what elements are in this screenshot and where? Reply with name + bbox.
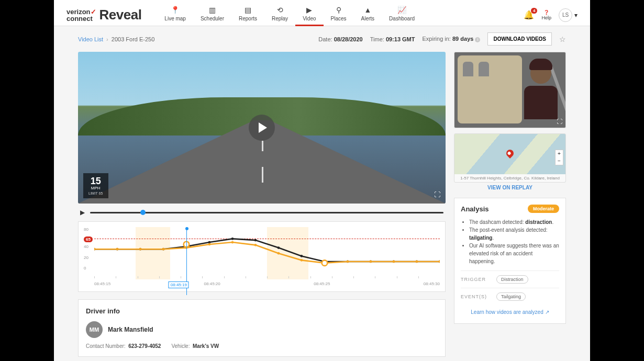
trigger-row: TRIGGER Distraction: [461, 270, 559, 288]
nav-replay[interactable]: ⟲Replay: [264, 4, 295, 26]
panel-title: Driver info: [86, 307, 438, 315]
driver-vehicle: Vehicle: Mark's VW: [171, 343, 219, 349]
nav-video[interactable]: ▶Video: [295, 4, 323, 26]
svg-point-23: [254, 244, 257, 246]
notifications-bell-icon[interactable]: 🔔4: [524, 10, 534, 20]
view-on-replay-link[interactable]: VIEW ON REPLAY: [454, 183, 566, 193]
play-button[interactable]: [249, 115, 275, 141]
svg-point-16: [94, 248, 95, 251]
analysis-bullet: Our AI software suggests there was an el…: [469, 242, 559, 265]
nav-icon: ▶: [305, 6, 314, 14]
subheader: Video List › 2003 Ford E-250 Date: 08/28…: [54, 26, 590, 52]
user-menu[interactable]: LS ▾: [559, 8, 578, 22]
user-avatar: LS: [559, 8, 572, 22]
fullscreen-icon[interactable]: ⛶: [434, 191, 440, 198]
svg-point-33: [322, 260, 328, 266]
severity-badge: Moderate: [528, 205, 559, 213]
nav-icon: ▤: [243, 6, 252, 14]
driver-name: Mark Mansfield: [108, 326, 153, 333]
svg-point-21: [208, 243, 211, 246]
cabin-dashcam-thumbnail[interactable]: ⛶: [454, 52, 566, 128]
nav-icon: ▥: [208, 6, 216, 14]
scrubber-thumb[interactable]: [140, 210, 146, 215]
svg-point-25: [301, 259, 303, 262]
svg-point-29: [393, 261, 395, 263]
brand-logo: verizon✓ connect Reveal: [66, 7, 141, 23]
analysis-bullet: The dashcam detected: distraction.: [469, 218, 559, 226]
nav-dashboard[interactable]: 📈Dashboard: [382, 4, 422, 26]
nav-reports[interactable]: ▤Reports: [231, 4, 264, 26]
analysis-panel: Analysis Moderate The dashcam detected: …: [454, 198, 566, 324]
date-field: Date: 08/28/2020: [318, 36, 362, 42]
nav-icon: 📈: [398, 6, 406, 14]
chevron-right-icon: ›: [106, 36, 108, 42]
svg-point-30: [416, 261, 418, 263]
event-tag: Tailgating: [496, 292, 526, 301]
svg-point-18: [139, 248, 142, 251]
svg-point-9: [301, 255, 303, 257]
map-zoom-in-button[interactable]: +: [556, 150, 563, 157]
scrubber[interactable]: [90, 212, 443, 213]
help-icon: ❓: [543, 10, 549, 15]
notifications-count: 4: [531, 8, 537, 14]
svg-point-27: [347, 261, 349, 263]
map-address: 1-57 Thornhill Heights, Celbridge, Co. K…: [454, 174, 565, 182]
timeline-play-icon[interactable]: ▶: [80, 209, 85, 216]
nav-icon: ⚲: [335, 6, 343, 14]
nav-scheduler[interactable]: ▥Scheduler: [193, 4, 231, 26]
svg-point-17: [116, 248, 119, 251]
info-icon[interactable]: i: [475, 37, 480, 42]
svg-point-31: [439, 261, 440, 263]
svg-point-19: [162, 248, 165, 251]
time-field: Time: 09:13 GMT: [370, 36, 415, 42]
driver-info-panel: Driver info MM Mark Mansfield Contact Nu…: [78, 299, 446, 357]
speed-overlay: 15 MPH LIMIT 65: [83, 173, 108, 198]
svg-point-28: [370, 261, 372, 263]
download-videos-button[interactable]: DOWNLOAD VIDEOS: [487, 32, 552, 46]
svg-point-24: [277, 252, 280, 255]
nav-icon: 📍: [171, 6, 180, 14]
chart-x-axis: 08:45:1508:45:2008:45:2508:45:3008:45:19: [84, 281, 440, 286]
events-row: EVENT(S) Tailgating: [461, 288, 559, 305]
analysis-bullet: The post-event analysis detected: tailga…: [469, 226, 559, 242]
favorite-star-icon[interactable]: ☆: [559, 35, 566, 43]
nav-icon: ▲: [363, 6, 372, 14]
analysis-title: Analysis: [461, 205, 488, 213]
svg-point-22: [231, 241, 234, 244]
driver-avatar: MM: [86, 321, 103, 338]
external-link-icon: ↗: [545, 309, 549, 315]
expiry-field: Expiring in: 89 days i: [423, 36, 481, 42]
svg-point-7: [254, 239, 257, 242]
nav-places[interactable]: ⚲Places: [324, 4, 354, 26]
nav-icon: ⟲: [276, 6, 284, 14]
map-zoom-out-button[interactable]: −: [556, 157, 563, 165]
chevron-down-icon: ▾: [574, 12, 578, 19]
speed-chart-panel: 80 40 20 0 65 08:45:1508:45:2008:45:2508…: [78, 221, 446, 292]
nav-live-map[interactable]: 📍Live map: [157, 4, 193, 26]
trigger-tag: Distraction: [496, 275, 528, 284]
breadcrumb-current: 2003 Ford E-250: [112, 36, 155, 42]
analysis-findings: The dashcam detected: distraction.The po…: [461, 218, 559, 265]
svg-point-8: [277, 246, 280, 249]
thumbnail-fullscreen-icon[interactable]: ⛶: [557, 118, 562, 125]
speed-limit-badge: 65: [84, 236, 93, 242]
svg-point-6: [231, 238, 234, 240]
main-nav: 📍Live map▥Scheduler▤Reports⟲Replay▶Video…: [157, 4, 422, 26]
help-button[interactable]: ❓Help: [541, 10, 551, 20]
nav-alerts[interactable]: ▲Alerts: [354, 4, 382, 26]
breadcrumb-video-list[interactable]: Video List: [78, 36, 103, 42]
learn-analysis-link[interactable]: Learn how videos are analyzed↗: [461, 305, 559, 317]
location-map[interactable]: + − 1-57 Thornhill Heights, Celbridge, C…: [454, 133, 566, 183]
video-timeline: ▶: [78, 204, 446, 221]
driver-contact: Contact Number: 623-279-4052: [86, 343, 161, 349]
front-dashcam-video[interactable]: 15 MPH LIMIT 65 ⛶: [78, 52, 446, 204]
app-header: verizon✓ connect Reveal 📍Live map▥Schedu…: [54, 0, 590, 26]
